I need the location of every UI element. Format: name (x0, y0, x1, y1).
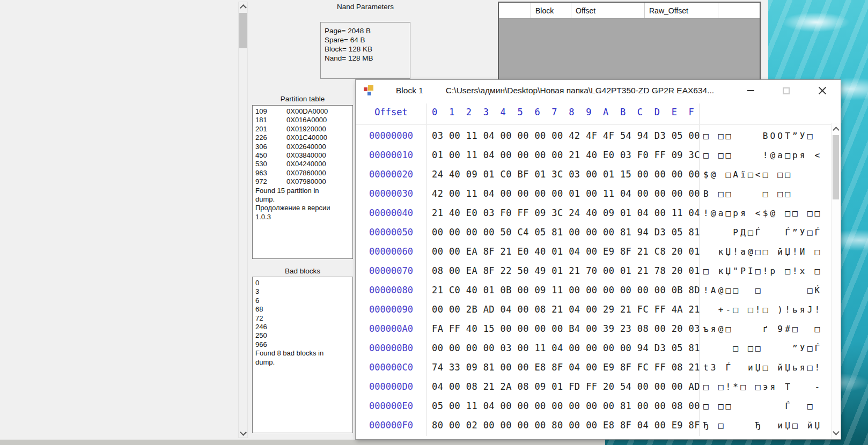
hex-offset-label: 000000F0 (356, 420, 426, 431)
nand-parameters-title: Nand Parameters (318, 3, 413, 11)
window-title-path: C:\Users\админ\Desktop\Новая папка\LG42P… (446, 86, 714, 95)
hex-view: Offset 0 1 2 3 4 5 6 7 8 9 A B C D E F 0… (356, 101, 841, 439)
minimize-button[interactable] (739, 80, 762, 101)
bad-block-entry[interactable]: 0 (255, 279, 352, 287)
bad-block-entry[interactable]: 250 (255, 331, 352, 340)
hex-row[interactable]: 0000002024 40 09 01 C0 BF 01 3C 03 00 01… (356, 165, 830, 184)
hex-ascii: Ђ □ Ђ иЏ□ йЏ (703, 420, 822, 431)
partition-table-list[interactable]: 1090X00DA00001810X016A00002010X019200002… (252, 105, 353, 259)
byte-column-headers: 0 1 2 3 4 5 6 7 8 9 A B C D E F (432, 107, 694, 117)
hex-row[interactable]: 000000F080 00 02 00 00 00 00 80 00 00 E8… (356, 416, 830, 435)
hex-ascii: t3 Ѓ иЏ□ йЏья□! (703, 362, 822, 373)
bad-block-entry[interactable]: 68 (255, 305, 352, 314)
nand-parameter-line: Spare= 64 B (325, 35, 410, 44)
hex-row[interactable]: 000000C074 33 09 81 00 00 E8 8F 04 00 E9… (356, 358, 830, 377)
hex-row[interactable]: 000000E005 00 11 04 00 00 00 00 00 00 00… (356, 396, 830, 416)
hex-bytes: FA FF 40 15 00 00 00 00 B4 00 39 23 08 0… (432, 323, 700, 334)
bad-block-entry[interactable]: 3 (255, 287, 352, 296)
partition-entry[interactable]: 4500X03840000 (255, 151, 352, 160)
column-header-raw-offset[interactable]: Raw_Offset (645, 3, 718, 18)
partition-entry[interactable]: 3060X02640000 (255, 143, 352, 151)
scroll-down-icon[interactable] (832, 428, 840, 437)
maximize-button[interactable] (774, 80, 798, 101)
titlebar[interactable]: Block 1 C:\Users\админ\Desktop\Новая пап… (356, 80, 841, 101)
app-icon (364, 85, 374, 96)
partition-offset: 0X07860000 (286, 169, 326, 177)
bad-blocks-footer-line: Found 8 bad blocks in (255, 349, 352, 358)
bad-blocks-title: Bad blocks (252, 267, 353, 275)
partition-footer-line: 1.0.3 (255, 213, 352, 221)
scroll-down-icon[interactable] (239, 428, 247, 437)
close-button[interactable] (811, 80, 834, 101)
hex-row[interactable]: 0000000003 00 11 04 00 00 00 00 42 4F 4F… (356, 126, 830, 145)
partition-offset: 0X00DA0000 (286, 107, 328, 116)
hex-offset-label: 00000050 (356, 227, 426, 238)
hex-viewer-window: Block 1 C:\Users\админ\Desktop\Новая пап… (355, 79, 841, 440)
block-table-scrollbar[interactable] (238, 2, 248, 438)
hex-offset-label: 00000060 (356, 246, 426, 257)
hex-row[interactable]: 000000B000 00 00 00 03 00 11 04 00 00 00… (356, 338, 830, 358)
hex-offset-label: 00000040 (356, 207, 426, 218)
hex-offset-label: 00000070 (356, 265, 426, 276)
hex-ascii: кЏ!а@□□ йЏ!И □ (703, 247, 822, 257)
bad-block-entry[interactable]: 6 (255, 296, 352, 305)
hex-offset-label: 00000030 (356, 188, 426, 199)
hex-row[interactable]: 0000001001 00 11 04 00 00 00 00 21 40 E0… (356, 145, 830, 165)
partition-block-number: 181 (255, 116, 286, 124)
hex-row[interactable]: 0000008021 C0 40 01 0B 00 09 11 00 00 00… (356, 280, 830, 300)
hex-bytes: 03 00 11 04 00 00 00 00 42 4F 4F 54 94 D… (432, 130, 700, 141)
partition-entry[interactable]: 5300X04240000 (255, 160, 352, 168)
partition-offset: 0X03840000 (286, 151, 326, 160)
hex-bytes: 05 00 11 04 00 00 00 00 00 00 00 81 00 0… (432, 400, 700, 411)
scroll-up-icon[interactable] (239, 2, 247, 11)
hex-row[interactable]: 000000D004 00 08 21 2A 08 09 01 FD FF 20… (356, 377, 830, 396)
hex-row[interactable]: 0000004021 40 E0 03 F0 FF 09 3C 24 40 09… (356, 203, 830, 222)
column-header-empty (718, 3, 760, 18)
hex-row[interactable]: 000000A0FA FF 40 15 00 00 00 00 B4 00 39… (356, 319, 830, 338)
bad-block-entry[interactable]: 72 (255, 314, 352, 323)
scrollbar-thumb[interactable] (833, 135, 839, 199)
scroll-up-icon[interactable] (832, 124, 840, 134)
column-header-block[interactable]: Block (531, 3, 571, 18)
hex-rows: 0000000003 00 11 04 00 00 00 00 42 4F 4F… (356, 126, 830, 439)
hex-row[interactable]: 0000009000 00 2B AD 04 00 08 21 04 00 29… (356, 300, 830, 319)
partition-entry[interactable]: 1090X00DA0000 (255, 107, 352, 116)
hex-bytes: 21 40 E0 03 F0 FF 09 3C 24 40 09 01 04 0… (432, 207, 700, 218)
hex-bytes: 80 00 02 00 00 00 00 80 00 00 E8 8F 04 0… (432, 420, 700, 431)
hex-bytes: 00 00 EA 8F 21 E0 40 01 04 00 E9 8F 21 C… (432, 246, 700, 257)
hex-row[interactable]: 0000003042 00 11 04 00 00 00 00 01 00 11… (356, 184, 830, 203)
bad-blocks-list[interactable]: 0366872246250966Found 8 bad blocks indum… (252, 277, 353, 433)
row-header-column (499, 3, 531, 18)
partition-footer-line: Продолжение в версии (255, 204, 352, 212)
partition-entry[interactable]: 2260X01C40000 (255, 134, 352, 142)
partition-entry[interactable]: 2010X01920000 (255, 125, 352, 134)
hex-bytes: 42 00 11 04 00 00 00 00 01 00 11 04 00 0… (432, 188, 700, 199)
hex-row[interactable]: 0000007008 00 EA 8F 22 50 49 01 21 70 00… (356, 261, 830, 280)
partition-entry[interactable]: 9630X07860000 (255, 169, 352, 177)
hex-scrollbar[interactable] (831, 123, 840, 439)
column-header-offset[interactable]: Offset (571, 3, 645, 18)
hex-ascii: РД□Ѓ Ѓ”У□Ѓ (703, 227, 822, 238)
hex-offset-label: 000000E0 (356, 400, 426, 411)
bad-block-entry[interactable]: 246 (255, 323, 352, 331)
hex-offset-label: 00000000 (356, 130, 426, 141)
hex-offset-label: 000000A0 (356, 323, 426, 334)
partition-entry[interactable]: 1810X016A0000 (255, 116, 352, 124)
hex-row[interactable]: 0000006000 00 EA 8F 21 E0 40 01 04 00 E9… (356, 242, 830, 261)
hex-bytes: 24 40 09 01 C0 BF 01 3C 03 00 01 15 00 0… (432, 169, 700, 180)
hex-ascii: B □□ □ □□ (703, 189, 822, 199)
hex-row[interactable]: 0000005000 00 00 00 50 C4 05 81 00 00 00… (356, 222, 830, 242)
partition-entry[interactable]: 9720X07980000 (255, 177, 352, 186)
close-icon (818, 86, 827, 95)
partition-offset: 0X01C40000 (286, 134, 327, 142)
scrollbar-thumb[interactable] (239, 13, 247, 48)
partition-offset: 0X01920000 (286, 125, 326, 134)
partition-block-number: 450 (255, 151, 286, 160)
bad-block-entry[interactable]: 966 (255, 340, 352, 349)
hex-offset-label: 00000080 (356, 285, 426, 295)
hex-bytes: 00 00 00 00 03 00 11 04 00 00 00 00 94 D… (432, 343, 700, 353)
hex-bytes: 21 C0 40 01 0B 00 09 11 00 00 00 00 00 0… (432, 285, 700, 295)
minimize-icon (747, 90, 754, 91)
hex-ascii: □ кЏ"PI□!p □!x □ (703, 266, 822, 276)
partition-offset: 0X016A0000 (286, 116, 327, 124)
